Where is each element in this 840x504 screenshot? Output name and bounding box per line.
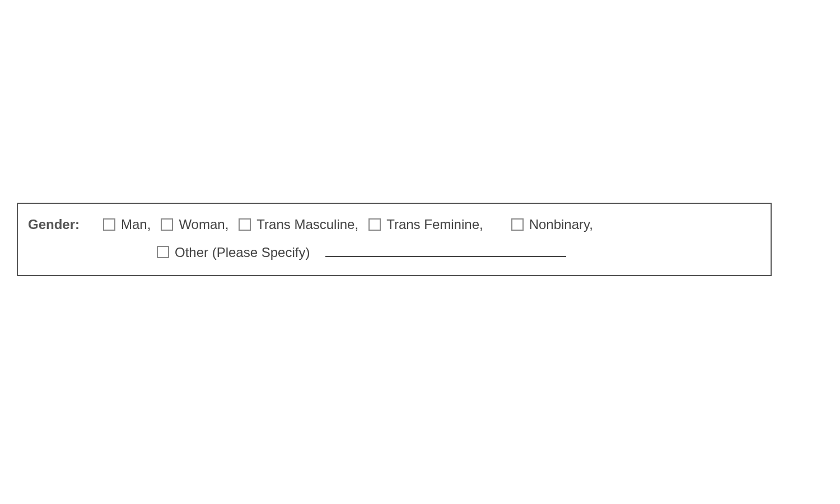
checkbox-man[interactable] <box>103 218 115 231</box>
option-trans-masculine-label: Trans Masculine, <box>256 212 358 237</box>
checkbox-nonbinary[interactable] <box>511 218 524 231</box>
gender-row-2: Other (Please Specify) <box>28 240 760 265</box>
option-man-label: Man, <box>121 212 151 237</box>
gender-label: Gender: <box>28 212 80 237</box>
gender-field-container: Gender: Man, Woman, Trans Masculine, Tra… <box>17 203 772 276</box>
option-nonbinary-label: Nonbinary, <box>529 212 593 237</box>
other-specify-line[interactable] <box>325 256 566 257</box>
option-trans-feminine: Trans Feminine, <box>368 212 483 237</box>
checkbox-other[interactable] <box>157 246 169 258</box>
gender-row-1: Gender: Man, Woman, Trans Masculine, Tra… <box>28 212 760 237</box>
option-woman-label: Woman, <box>179 212 228 237</box>
checkbox-trans-masculine[interactable] <box>239 218 251 231</box>
option-trans-masculine: Trans Masculine, <box>239 212 358 237</box>
checkbox-woman[interactable] <box>161 218 173 231</box>
option-trans-feminine-label: Trans Feminine, <box>386 212 483 237</box>
checkbox-trans-feminine[interactable] <box>368 218 381 231</box>
option-man: Man, <box>103 212 151 237</box>
option-other-label: Other (Please Specify) <box>175 240 310 265</box>
option-woman: Woman, <box>161 212 228 237</box>
option-nonbinary: Nonbinary, <box>511 212 593 237</box>
option-other: Other (Please Specify) <box>157 240 310 265</box>
